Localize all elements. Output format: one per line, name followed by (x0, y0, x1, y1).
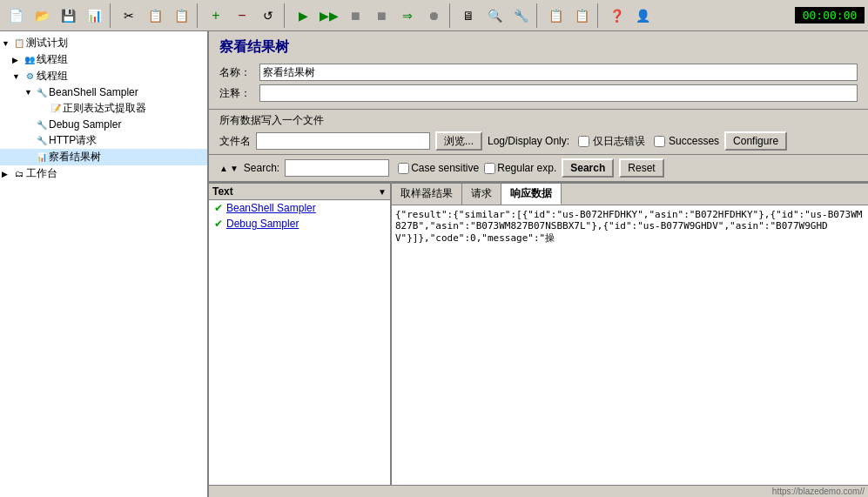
expand-arrow-regex (38, 104, 49, 113)
panel-header: 察看结果树 名称： 注释： (209, 31, 868, 109)
file-input[interactable] (256, 132, 430, 150)
name-input[interactable] (259, 64, 858, 81)
list1-btn[interactable]: 📋 (543, 3, 568, 28)
play-btn[interactable]: ▶ (291, 3, 315, 28)
nav-down-btn[interactable]: ▼ (230, 164, 239, 173)
remote-start-btn[interactable]: 🖥 (456, 3, 481, 28)
step-btn[interactable]: ⇒ (395, 3, 420, 28)
log-check-label: 仅日志错误 (593, 134, 645, 149)
list-header-dropdown[interactable]: ▼ (378, 187, 387, 197)
nav-arrows: ▲ ▼ (219, 164, 239, 173)
name-label: 名称： (219, 65, 254, 80)
record-btn[interactable]: ⏺ (421, 3, 446, 28)
tab-content: {"result":{"similar":[{"id":"us-B072HFDH… (392, 205, 868, 485)
help-btn[interactable]: ❓ (604, 3, 629, 28)
list-item-label-debug: Debug Sampler (226, 218, 299, 230)
toolbar-sep-6 (597, 3, 601, 28)
case-sensitive-label: Case sensitive (411, 162, 479, 174)
search-input[interactable] (285, 159, 389, 177)
remote-stop-btn[interactable]: 🔍 (482, 3, 507, 28)
remote-clear-btn[interactable]: 🔧 (508, 3, 533, 28)
toolbar-sep-3 (284, 3, 287, 28)
expand-arrow-thread1: ▶ (12, 56, 23, 64)
http-icon: 🔧 (35, 134, 49, 148)
open-btn[interactable]: 📂 (30, 3, 54, 28)
tab-response-data[interactable]: 响应数据 (501, 184, 562, 205)
browse-btn[interactable]: 浏览... (435, 131, 482, 151)
sidebar: ▼ 📋 测试计划 ▶ 👥 线程组 ▼ ⚙ 线程组 ▼ 🔧 BeanShell S… (0, 31, 209, 497)
user-btn[interactable]: 👤 (630, 3, 655, 28)
regex-check[interactable] (484, 163, 495, 174)
sidebar-item-plan[interactable]: ▼ 📋 测试计划 (0, 35, 207, 51)
copy-btn[interactable]: 📋 (143, 3, 167, 28)
clear-btn[interactable]: ↺ (256, 3, 280, 28)
check-icon-beanshell: ✔ (214, 202, 223, 214)
check-icon-debug: ✔ (214, 218, 223, 230)
bottom-url: https://blazedemo.com// (772, 487, 865, 496)
stop-btn[interactable]: ⏹ (343, 3, 367, 28)
regex-icon: 📝 (49, 102, 63, 116)
sidebar-item-thread1[interactable]: ▶ 👥 线程组 (0, 51, 207, 68)
save-btn[interactable]: 💾 (56, 3, 80, 28)
play-all-btn[interactable]: ▶▶ (317, 3, 341, 28)
list-item-beanshell[interactable]: ✔ BeanShell Sampler (209, 200, 390, 216)
expand-arrow-http (24, 137, 35, 145)
comment-input[interactable] (259, 84, 858, 102)
file-section: 所有数据写入一个文件 文件名 浏览... Log/Display Only: 仅… (209, 109, 868, 155)
file-section-title: 所有数据写入一个文件 (219, 113, 858, 128)
paste-btn[interactable]: 📋 (169, 3, 193, 28)
log-check[interactable] (578, 136, 589, 147)
sidebar-label-http: HTTP请求 (49, 133, 97, 148)
case-sensitive-check[interactable] (398, 163, 409, 174)
sidebar-item-thread2[interactable]: ▼ ⚙ 线程组 (0, 68, 207, 84)
list-item-label-beanshell: BeanShell Sampler (226, 202, 316, 214)
sidebar-item-results-tree[interactable]: 📊 察看结果树 (0, 149, 207, 165)
sidebar-item-regex[interactable]: 📝 正则表达式提取器 (0, 100, 207, 117)
chart-btn[interactable]: 📊 (82, 3, 106, 28)
remove-btn[interactable]: − (230, 3, 254, 28)
time-display: 00:00:00 (795, 7, 865, 24)
toolbar-sep-2 (197, 3, 200, 28)
success-check-label: Successes (669, 135, 719, 147)
log-display-label: Log/Display Only: (488, 135, 569, 147)
new-btn[interactable]: 📄 (3, 3, 28, 28)
search-options: Case sensitive Regular exp. (398, 162, 556, 174)
thread2-icon: ⚙ (23, 70, 37, 84)
tab-bar: 取样器结果 请求 响应数据 (392, 184, 868, 205)
regex-label: Regular exp. (497, 162, 556, 174)
list-items: ✔ BeanShell Sampler ✔ Debug Sampler (209, 200, 390, 485)
tab-request[interactable]: 请求 (462, 184, 501, 205)
toolbar-sep-1 (110, 3, 113, 28)
toolbar: 📄 📂 💾 📊 ✂ 📋 📋 + − ↺ ▶ ▶▶ ⏹ ⏹ ⇒ ⏺ 🖥 🔍 🔧 📋… (0, 0, 868, 31)
panel-title: 察看结果树 (219, 38, 858, 57)
debug-icon: 🔧 (35, 118, 49, 131)
list-item-debug[interactable]: ✔ Debug Sampler (209, 216, 390, 232)
stop-all-btn[interactable]: ⏹ (369, 3, 394, 28)
list-header-text: Text (212, 185, 378, 198)
sidebar-label-plan: 测试计划 (26, 36, 68, 50)
sidebar-item-workbench[interactable]: ▶ 🗂 工作台 (0, 165, 207, 182)
cut-btn[interactable]: ✂ (117, 3, 141, 28)
list2-btn[interactable]: 📋 (569, 3, 594, 28)
file-row: 文件名 浏览... Log/Display Only: 仅日志错误 Succes… (219, 131, 858, 151)
sidebar-item-debug[interactable]: 🔧 Debug Sampler (0, 117, 207, 132)
success-check[interactable] (654, 136, 665, 147)
plan-icon: 📋 (12, 37, 26, 50)
split-pane: Text ▼ ✔ BeanShell Sampler ✔ Debug Sampl… (209, 182, 868, 485)
reset-btn[interactable]: Reset (619, 158, 663, 178)
comment-label: 注释： (219, 86, 254, 101)
bottom-bar: https://blazedemo.com// (209, 485, 868, 497)
search-btn[interactable]: Search (562, 158, 614, 178)
file-label: 文件名 (219, 134, 251, 149)
expand-arrow-results (24, 153, 35, 162)
sidebar-label-beanshell: BeanShell Sampler (49, 86, 138, 98)
sidebar-label-results: 察看结果树 (49, 150, 101, 165)
nav-up-btn[interactable]: ▲ (219, 164, 228, 173)
tab-sampler-result[interactable]: 取样器结果 (392, 184, 462, 205)
list-header: Text ▼ (209, 184, 390, 200)
sidebar-label-regex: 正则表达式提取器 (63, 101, 146, 116)
configure-btn[interactable]: Configure (724, 131, 787, 151)
sidebar-item-beanshell[interactable]: ▼ 🔧 BeanShell Sampler (0, 84, 207, 100)
sidebar-item-http[interactable]: 🔧 HTTP请求 (0, 132, 207, 149)
add-btn[interactable]: + (204, 3, 228, 28)
